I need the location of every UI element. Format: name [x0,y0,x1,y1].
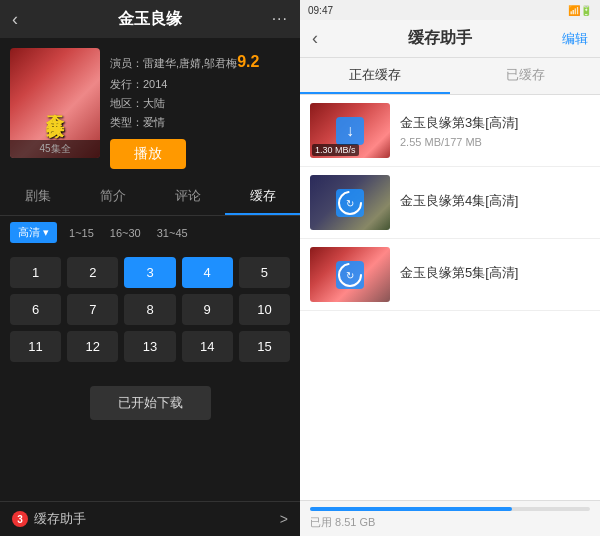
cast-info: 演员：雷建华,唐婧,邬君梅9.2 [110,48,290,75]
episode-4[interactable]: 4 [182,257,233,288]
download-pending-icon-2: ↻ [336,189,364,217]
quality-button[interactable]: 高清 ▾ [10,222,57,243]
cache-item-2[interactable]: ↻ 金玉良缘第4集[高清] [300,167,600,239]
download-pending-icon-3: ↻ [336,261,364,289]
quality-row: 高清 ▾ 1~15 16~30 31~45 [0,216,300,249]
cache-helper-bar[interactable]: 3 缓存助手 > [0,501,300,536]
episode-8[interactable]: 8 [124,294,175,325]
episode-3[interactable]: 3 [124,257,175,288]
episode-13[interactable]: 13 [124,331,175,362]
storage-text: 已用 8.51 GB [310,515,590,530]
left-header: ‹ 金玉良缘 ··· [0,0,300,38]
poster-text: 金玉良缘 [43,99,67,107]
range-1-button[interactable]: 1~15 [65,224,98,242]
download-button[interactable]: 已开始下载 [90,386,211,420]
episode-6[interactable]: 6 [10,294,61,325]
edit-button[interactable]: 编辑 [562,30,588,48]
episode-2[interactable]: 2 [67,257,118,288]
cache-item-3-title: 金玉良缘第5集[高清] [400,264,590,282]
download-active-icon: ↓ [336,117,364,145]
episode-7[interactable]: 7 [67,294,118,325]
download-section: 已开始下载 [0,370,300,428]
svg-text:↻: ↻ [346,270,354,281]
left-back-button[interactable]: ‹ [12,9,18,30]
year-info: 发行：2014 [110,75,290,94]
episode-11[interactable]: 11 [10,331,61,362]
storage-bar-track [310,507,590,511]
episode-5[interactable]: 5 [239,257,290,288]
range-3-button[interactable]: 31~45 [153,224,192,242]
cache-item-2-info: 金玉良缘第4集[高清] [400,192,590,214]
episode-grid: 1 2 3 4 5 6 7 8 9 10 11 12 13 14 15 [0,249,300,370]
episode-15[interactable]: 15 [239,331,290,362]
rating: 9.2 [237,53,259,70]
play-button[interactable]: 播放 [110,139,186,169]
genre-info: 类型：爱情 [110,113,290,132]
region-info: 地区：大陆 [110,94,290,113]
tab-episodes[interactable]: 剧集 [0,179,75,215]
play-btn-wrap: 播放 [110,139,290,169]
cache-item-1[interactable]: ↓ 1.30 MB/s 金玉良缘第3集[高清] 2.55 MB/177 MB [300,95,600,167]
cache-thumb-2: ↻ [310,175,390,230]
right-header: ‹ 缓存助手 编辑 [300,20,600,58]
bottom-storage-bar: 已用 8.51 GB [300,500,600,536]
left-tabs-row: 剧集 简介 评论 缓存 [0,179,300,216]
cache-list: ↓ 1.30 MB/s 金玉良缘第3集[高清] 2.55 MB/177 MB ↻ [300,95,600,500]
episode-1[interactable]: 1 [10,257,61,288]
more-button[interactable]: ··· [272,10,288,28]
movie-details: 演员：雷建华,唐婧,邬君梅9.2 发行：2014 地区：大陆 类型：爱情 播放 [110,48,290,169]
cache-thumb-1: ↓ 1.30 MB/s [310,103,390,158]
left-panel: ‹ 金玉良缘 ··· 金玉良缘 45集全 演员：雷建华,唐婧,邬君梅9.2 发行… [0,0,300,536]
episode-14[interactable]: 14 [182,331,233,362]
speed-badge: 1.30 MB/s [312,144,359,156]
left-title: 金玉良缘 [118,9,182,30]
tab-cached[interactable]: 已缓存 [450,58,600,94]
cache-thumb-3: ↻ [310,247,390,302]
cache-item-1-info: 金玉良缘第3集[高清] 2.55 MB/177 MB [400,114,590,148]
cache-item-1-title: 金玉良缘第3集[高清] [400,114,590,132]
right-time: 09:47 [308,5,333,16]
right-panel: 09:47 📶🔋 ‹ 缓存助手 编辑 正在缓存 已缓存 ↓ 1.30 MB/s … [300,0,600,536]
movie-info-section: 金玉良缘 45集全 演员：雷建华,唐婧,邬君梅9.2 发行：2014 地区：大陆… [0,38,300,179]
svg-text:↻: ↻ [346,198,354,209]
tab-caching[interactable]: 正在缓存 [300,58,450,94]
right-status-bar: 09:47 📶🔋 [300,0,600,20]
tab-comments[interactable]: 评论 [150,179,225,215]
cache-item-3[interactable]: ↻ 金玉良缘第5集[高清] [300,239,600,311]
episode-12[interactable]: 12 [67,331,118,362]
right-status-icons: 📶🔋 [568,5,592,16]
right-tabs: 正在缓存 已缓存 [300,58,600,95]
cache-arrow-icon: > [280,511,288,527]
episode-10[interactable]: 10 [239,294,290,325]
cache-badge: 3 [12,511,28,527]
cache-helper-label: 缓存助手 [34,510,86,528]
episode-count-badge: 45集全 [10,140,100,158]
range-2-button[interactable]: 16~30 [106,224,145,242]
cache-item-1-size: 2.55 MB/177 MB [400,136,590,148]
right-title: 缓存助手 [318,28,562,49]
cache-item-3-info: 金玉良缘第5集[高清] [400,264,590,286]
episode-9[interactable]: 9 [182,294,233,325]
storage-bar-fill [310,507,512,511]
tab-cache[interactable]: 缓存 [225,179,300,215]
tab-intro[interactable]: 简介 [75,179,150,215]
cache-item-2-title: 金玉良缘第4集[高清] [400,192,590,210]
movie-poster: 金玉良缘 45集全 [10,48,100,158]
